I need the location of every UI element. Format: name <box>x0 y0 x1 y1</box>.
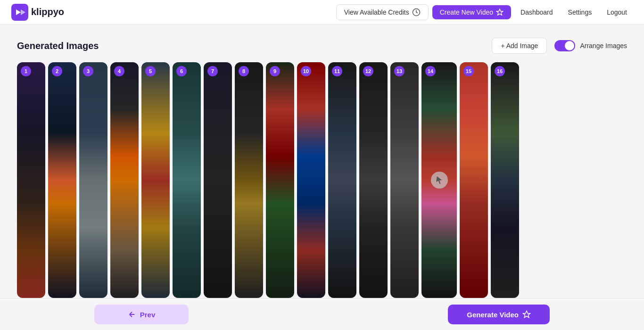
image-card-11[interactable]: 11 <box>328 62 356 298</box>
image-bg-13 <box>390 62 419 298</box>
image-bg-9 <box>266 62 294 298</box>
image-card-14[interactable]: 14 <box>421 62 457 298</box>
generate-label: Generate Video <box>467 311 519 319</box>
logout-link[interactable]: Logout <box>601 5 633 19</box>
image-bg-3 <box>79 62 107 298</box>
image-card-2[interactable]: 2 <box>48 62 76 298</box>
credits-label: View Available Credits <box>344 8 409 16</box>
image-card-12[interactable]: 12 <box>359 62 388 298</box>
prev-label: Prev <box>140 311 156 319</box>
image-bg-4 <box>110 62 139 298</box>
image-number-8: 8 <box>239 66 249 76</box>
image-number-6: 6 <box>176 66 187 76</box>
prev-icon <box>128 310 136 319</box>
image-number-4: 4 <box>114 66 124 76</box>
image-number-7: 7 <box>207 66 218 76</box>
toggle-knob <box>565 41 574 50</box>
cursor-circle <box>431 172 448 189</box>
image-card-15[interactable]: 15 <box>460 62 488 298</box>
image-bg-8 <box>235 62 263 298</box>
image-bg-6 <box>173 62 201 298</box>
image-card-10[interactable]: 10 <box>297 62 325 298</box>
image-bg-1 <box>17 62 45 298</box>
image-card-16[interactable]: 16 <box>491 62 519 298</box>
image-bg-5 <box>141 62 170 298</box>
image-card-3[interactable]: 3 <box>79 62 107 298</box>
header-nav: View Available Credits Create New Video … <box>336 4 633 20</box>
image-bg-11 <box>328 62 356 298</box>
generate-icon <box>522 310 531 319</box>
image-card-9[interactable]: 9 <box>266 62 294 298</box>
logo-text: klippyo <box>31 7 64 17</box>
cursor-indicator <box>431 172 448 189</box>
bottom-bar: Prev Generate Video <box>0 298 644 330</box>
main-content: Generated Images + Add Image Arrange Ima… <box>0 25 644 330</box>
add-image-label: + Add Image <box>501 42 538 50</box>
header: klippyo View Available Credits Create Ne… <box>0 0 644 25</box>
image-card-8[interactable]: 8 <box>235 62 263 298</box>
image-bg-12 <box>359 62 388 298</box>
image-number-13: 13 <box>394 66 405 76</box>
arrange-label: Arrange Images <box>580 42 627 50</box>
section-actions: + Add Image Arrange Images <box>492 38 627 54</box>
prev-button[interactable]: Prev <box>94 305 189 324</box>
image-number-11: 11 <box>332 66 342 76</box>
image-bg-2 <box>48 62 76 298</box>
section-header: Generated Images + Add Image Arrange Ima… <box>17 38 627 54</box>
image-card-1[interactable]: 1 <box>17 62 45 298</box>
image-bg-15 <box>460 62 488 298</box>
arrange-toggle[interactable]: Arrange Images <box>554 40 627 51</box>
create-new-icon <box>496 8 504 16</box>
image-number-15: 15 <box>463 66 474 76</box>
image-number-14: 14 <box>425 66 436 76</box>
image-number-12: 12 <box>363 66 373 76</box>
image-gallery: 12345678910111213141516 <box>17 62 627 300</box>
image-number-1: 1 <box>21 66 31 76</box>
image-number-2: 2 <box>52 66 62 76</box>
image-card-6[interactable]: 6 <box>173 62 201 298</box>
add-image-button[interactable]: + Add Image <box>492 38 547 54</box>
credits-icon <box>412 8 421 16</box>
create-new-label: Create New Video <box>440 8 493 16</box>
create-new-button[interactable]: Create New Video <box>432 5 511 19</box>
image-number-16: 16 <box>495 66 505 76</box>
image-card-4[interactable]: 4 <box>110 62 139 298</box>
settings-link[interactable]: Settings <box>562 5 598 19</box>
image-number-10: 10 <box>301 66 311 76</box>
arrange-toggle-switch[interactable] <box>554 40 575 51</box>
image-bg-16 <box>491 62 519 298</box>
logo-icon <box>11 4 28 21</box>
section-title: Generated Images <box>17 41 99 51</box>
logo[interactable]: klippyo <box>11 4 64 21</box>
image-number-5: 5 <box>145 66 156 76</box>
image-bg-7 <box>204 62 232 298</box>
dashboard-link[interactable]: Dashboard <box>515 5 559 19</box>
image-card-5[interactable]: 5 <box>141 62 170 298</box>
image-number-9: 9 <box>270 66 280 76</box>
image-card-7[interactable]: 7 <box>204 62 232 298</box>
generate-button[interactable]: Generate Video <box>448 305 550 324</box>
image-bg-10 <box>297 62 325 298</box>
image-card-13[interactable]: 13 <box>390 62 419 298</box>
image-number-3: 3 <box>83 66 93 76</box>
credits-button[interactable]: View Available Credits <box>336 4 429 20</box>
